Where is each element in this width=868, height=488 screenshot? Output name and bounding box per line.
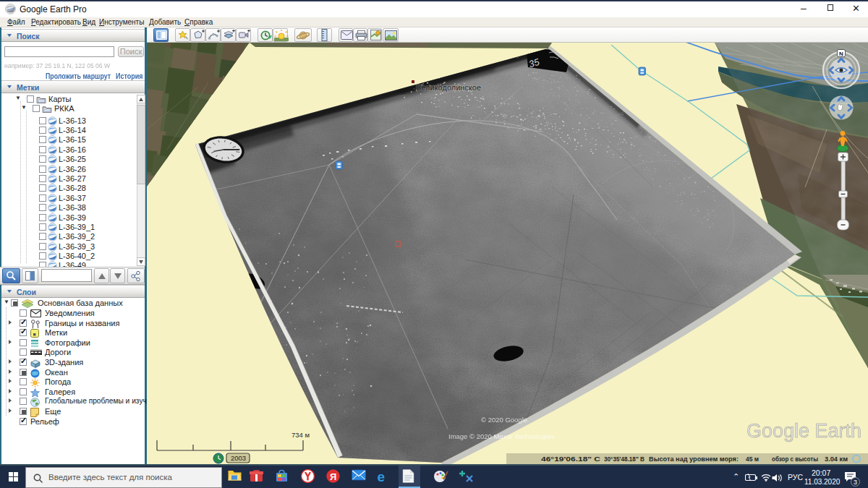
svg-text:обзор с высоты: обзор с высоты [772,455,818,463]
svg-text:Image © 2020 Maxar Technologie: Image © 2020 Maxar Technologies [448,432,555,440]
svg-text:Я: Я [330,471,336,482]
svg-text:Великодолинское: Великодолинское [416,83,481,92]
svg-text:46°19'06.18" С: 46°19'06.18" С [541,455,600,463]
svg-text:Высота над уровнем моря:: Высота над уровнем моря: [649,455,739,463]
svg-text:2003: 2003 [231,454,246,462]
svg-text:30°35'48.18" В: 30°35'48.18" В [604,455,644,463]
svg-text:3.04 км: 3.04 км [825,455,848,463]
svg-text:734 м: 734 м [292,431,310,439]
svg-text:45 м: 45 м [746,455,759,463]
svg-text:Google Earth: Google Earth [746,420,861,442]
svg-text:N: N [839,51,843,57]
svg-text:e: e [378,469,386,483]
svg-text:© 2020 Google: © 2020 Google [481,416,527,424]
